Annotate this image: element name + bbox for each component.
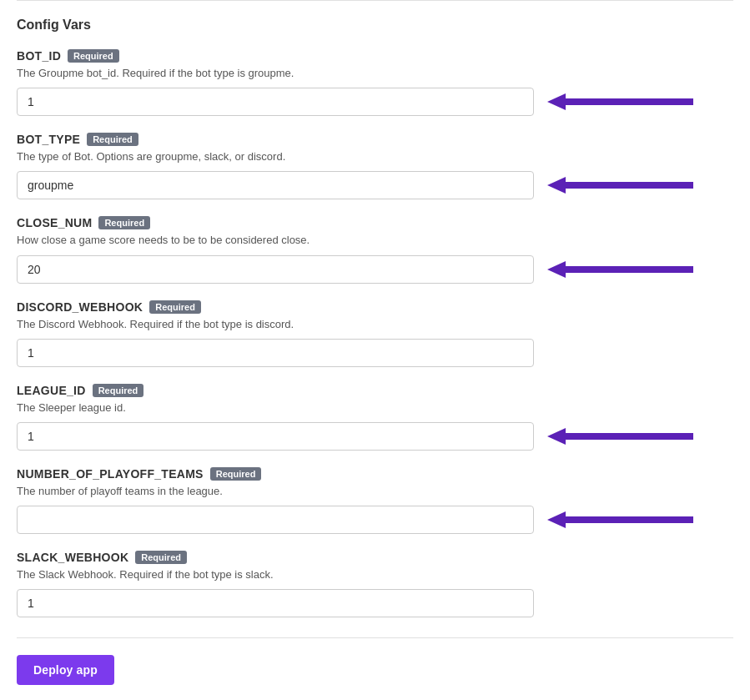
var-name-league-id: LEAGUE_ID xyxy=(17,384,86,397)
bottom-divider xyxy=(17,637,733,638)
var-label-row-bot-id: BOT_IDRequired xyxy=(17,49,733,63)
var-name-close-num: CLOSE_NUM xyxy=(17,216,92,229)
required-badge-close-num: Required xyxy=(98,216,150,229)
var-input-slack-webhook[interactable] xyxy=(17,589,534,617)
var-label-row-close-num: CLOSE_NUMRequired xyxy=(17,216,733,229)
config-var-row-discord-webhook: DISCORD_WEBHOOKRequiredThe Discord Webho… xyxy=(17,300,733,367)
svg-marker-9 xyxy=(547,511,566,528)
var-name-bot-type: BOT_TYPE xyxy=(17,133,80,146)
var-input-row-league-id xyxy=(17,422,733,451)
var-description-bot-type: The type of Bot. Options are groupme, sl… xyxy=(17,149,733,164)
required-badge-bot-type: Required xyxy=(87,133,138,146)
var-input-close-num[interactable] xyxy=(17,255,534,284)
var-input-row-number-of-playoff-teams xyxy=(17,506,733,534)
var-input-bot-id[interactable] xyxy=(17,88,534,116)
section-title: Config Vars xyxy=(17,18,733,33)
config-var-row-close-num: CLOSE_NUMRequiredHow close a game score … xyxy=(17,216,733,283)
var-name-bot-id: BOT_ID xyxy=(17,49,61,63)
var-input-league-id[interactable] xyxy=(17,422,534,451)
arrow-indicator-bot-id xyxy=(547,93,693,111)
var-description-discord-webhook: The Discord Webhook. Required if the bot… xyxy=(17,317,733,332)
config-var-row-number-of-playoff-teams: NUMBER_OF_PLAYOFF_TEAMSRequiredThe numbe… xyxy=(17,467,733,534)
var-input-discord-webhook[interactable] xyxy=(17,339,534,367)
var-description-slack-webhook: The Slack Webhook. Required if the bot t… xyxy=(17,567,733,582)
var-description-number-of-playoff-teams: The number of playoff teams in the leagu… xyxy=(17,484,733,499)
svg-marker-1 xyxy=(547,93,566,110)
required-badge-slack-webhook: Required xyxy=(135,551,187,564)
arrow-indicator-bot-type xyxy=(547,176,693,194)
required-badge-league-id: Required xyxy=(93,384,144,397)
arrow-icon-bot-type xyxy=(547,176,693,194)
svg-marker-5 xyxy=(547,261,566,278)
var-input-row-bot-type xyxy=(17,171,733,199)
arrow-indicator-league-id xyxy=(547,427,693,446)
var-input-bot-type[interactable] xyxy=(17,171,534,199)
arrow-indicator-close-num xyxy=(547,260,693,279)
deploy-app-button[interactable]: Deploy app xyxy=(17,655,114,685)
required-badge-bot-id: Required xyxy=(68,49,119,63)
var-input-row-discord-webhook xyxy=(17,339,733,367)
var-input-row-bot-id xyxy=(17,88,733,116)
svg-marker-7 xyxy=(547,428,566,445)
required-badge-number-of-playoff-teams: Required xyxy=(210,467,262,481)
var-label-row-slack-webhook: SLACK_WEBHOOKRequired xyxy=(17,551,733,564)
var-label-row-league-id: LEAGUE_IDRequired xyxy=(17,384,733,397)
required-badge-discord-webhook: Required xyxy=(149,300,201,314)
var-label-row-discord-webhook: DISCORD_WEBHOOKRequired xyxy=(17,300,733,314)
arrow-icon-bot-id xyxy=(547,93,693,111)
var-label-row-bot-type: BOT_TYPERequired xyxy=(17,133,733,146)
var-input-row-close-num xyxy=(17,255,733,284)
var-label-row-number-of-playoff-teams: NUMBER_OF_PLAYOFF_TEAMSRequired xyxy=(17,467,733,481)
var-input-row-slack-webhook xyxy=(17,589,733,617)
config-var-row-bot-type: BOT_TYPERequiredThe type of Bot. Options… xyxy=(17,133,733,199)
svg-marker-3 xyxy=(547,177,566,194)
var-name-number-of-playoff-teams: NUMBER_OF_PLAYOFF_TEAMS xyxy=(17,467,204,481)
var-name-slack-webhook: SLACK_WEBHOOK xyxy=(17,551,128,564)
var-description-league-id: The Sleeper league id. xyxy=(17,400,733,415)
var-input-number-of-playoff-teams[interactable] xyxy=(17,506,534,534)
top-divider xyxy=(17,0,733,1)
arrow-indicator-number-of-playoff-teams xyxy=(547,511,693,529)
arrow-icon-number-of-playoff-teams xyxy=(547,511,693,529)
config-vars-container: BOT_IDRequiredThe Groupme bot_id. Requir… xyxy=(17,49,733,617)
config-var-row-bot-id: BOT_IDRequiredThe Groupme bot_id. Requir… xyxy=(17,49,733,116)
arrow-icon-league-id xyxy=(547,427,693,446)
arrow-icon-close-num xyxy=(547,260,693,279)
config-var-row-league-id: LEAGUE_IDRequiredThe Sleeper league id. xyxy=(17,384,733,451)
var-description-bot-id: The Groupme bot_id. Required if the bot … xyxy=(17,66,733,81)
var-name-discord-webhook: DISCORD_WEBHOOK xyxy=(17,300,143,314)
var-description-close-num: How close a game score needs to be to be… xyxy=(17,233,733,248)
config-var-row-slack-webhook: SLACK_WEBHOOKRequiredThe Slack Webhook. … xyxy=(17,551,733,617)
